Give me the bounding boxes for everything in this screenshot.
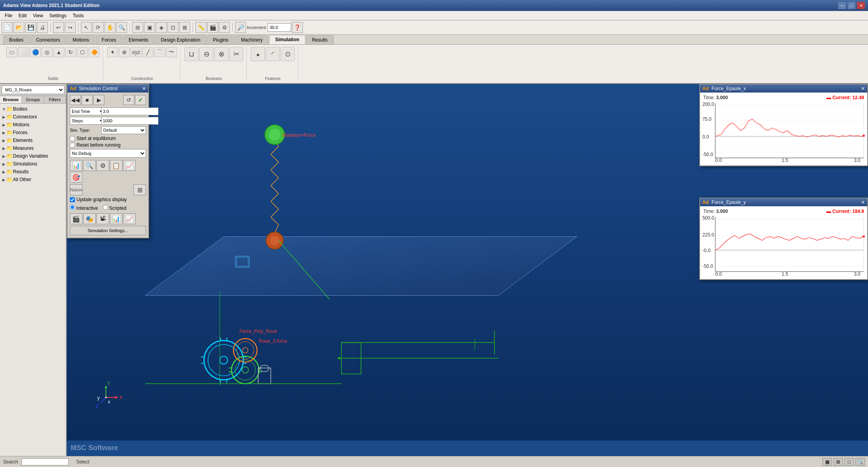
tab-machinery[interactable]: Machinery <box>235 35 268 44</box>
interactive-radio[interactable] <box>70 205 75 210</box>
end-time-select[interactable]: End Time <box>70 107 105 115</box>
ribbon-extrude[interactable]: ▲ <box>53 47 64 57</box>
chart2-close-btn[interactable]: ✕ <box>861 200 865 205</box>
ribbon-revolve[interactable]: ↻ <box>65 47 76 57</box>
ribbon-csys[interactable]: xyz <box>131 47 142 57</box>
toolbar-select[interactable]: ↖ <box>81 22 92 33</box>
ribbon-marker[interactable]: ⊕ <box>119 47 130 57</box>
tree-item-simulations[interactable]: ▶ 📁 Simulations <box>2 160 64 168</box>
tab-motions[interactable]: Motions <box>67 35 95 44</box>
sim-stop-btn[interactable]: ■ <box>82 95 93 105</box>
sim-play-btn[interactable]: ▶ <box>93 95 104 105</box>
close-button[interactable]: ✕ <box>857 2 865 9</box>
tree-item-all-other[interactable]: ▶ 📁 All Other <box>2 176 64 184</box>
sim-bottom-btn-5[interactable]: 📈 <box>123 213 136 224</box>
status-grid-btn[interactable]: ▦ <box>822 458 832 466</box>
status-view-btn[interactable]: □ <box>844 458 854 466</box>
scripted-radio[interactable] <box>103 205 108 210</box>
tree-item-forces[interactable]: ▶ 📁 Forces <box>2 129 64 136</box>
tab-simulation[interactable]: Simulation <box>269 35 305 44</box>
toolbar-btn6[interactable]: ▣ <box>144 22 155 33</box>
ribbon-cut[interactable]: ✂ <box>229 47 243 61</box>
sim-icon-btn-7[interactable]: Nation <box>70 184 82 195</box>
tree-item-motions[interactable]: ▶ 📁 Motions <box>2 121 64 129</box>
ribbon-solid5[interactable]: ⬡ <box>77 47 88 57</box>
tab-plugins[interactable]: Plugins <box>207 35 234 44</box>
tree-item-measures[interactable]: ▶ 📁 Measures <box>2 144 64 152</box>
ribbon-chamfer[interactable]: ⬥ <box>251 47 265 61</box>
sim-icon-btn-3[interactable]: ⚙ <box>97 160 109 171</box>
panel-tab-filters[interactable]: Filters <box>44 96 66 103</box>
status-snap-btn[interactable]: ⊞ <box>833 458 843 466</box>
toolbar-save[interactable]: 💾 <box>25 22 36 33</box>
ribbon-line[interactable]: ╱ <box>142 47 153 57</box>
sim-icon-btn-8[interactable]: ⊞ <box>133 184 146 195</box>
menu-tools[interactable]: Tools <box>69 12 87 19</box>
sim-reset-btn[interactable]: ↺ <box>123 95 134 105</box>
toolbar-btn8[interactable]: ⊡ <box>168 22 179 33</box>
steps-input[interactable] <box>101 117 159 125</box>
ribbon-box[interactable]: ⬜ <box>18 47 29 57</box>
ribbon-spline[interactable]: 〜 <box>166 47 177 57</box>
sim-icon-btn-1[interactable]: 📊 <box>70 160 82 171</box>
tab-results[interactable]: Results <box>306 35 334 44</box>
toolbar-new[interactable]: 📄 <box>2 22 13 33</box>
ribbon-arc[interactable]: ⌒ <box>154 47 165 57</box>
sim-bottom-btn-1[interactable]: 🎬 <box>70 213 82 224</box>
toolbar-rotate[interactable]: ⟳ <box>93 22 104 33</box>
menu-edit[interactable]: Edit <box>15 12 30 19</box>
toolbar-open[interactable]: 📂 <box>13 22 24 33</box>
toolbar-btn5[interactable]: ⊞ <box>132 22 143 33</box>
maximize-button[interactable]: □ <box>848 2 855 9</box>
sim-bottom-btn-4[interactable]: 📊 <box>110 213 122 224</box>
chart1-close-btn[interactable]: ✕ <box>861 86 865 91</box>
sim-icon-btn-4[interactable]: 📋 <box>110 160 122 171</box>
toolbar-redo[interactable]: ↪ <box>65 22 76 33</box>
model-dropdown[interactable]: MG_3_Roues <box>2 85 64 94</box>
toolbar-zoom[interactable]: 🔍 <box>116 22 127 33</box>
tree-item-results[interactable]: ▶ 📁 Results <box>2 168 64 176</box>
ribbon-subtract[interactable]: ⊖ <box>199 47 213 61</box>
toolbar-btn7[interactable]: ◈ <box>156 22 167 33</box>
status-zoom-btn[interactable]: 🔍 <box>855 458 865 466</box>
ribbon-cylinder[interactable]: 🔵 <box>30 47 41 57</box>
toolbar-print[interactable]: 🖨 <box>37 22 48 33</box>
menu-file[interactable]: File <box>2 12 15 19</box>
sim-settings-btn[interactable]: Simulation Settings... <box>70 226 146 235</box>
toolbar-help[interactable]: ❓ <box>292 22 303 33</box>
menu-settings[interactable]: Settings <box>46 12 69 19</box>
sim-bottom-btn-3[interactable]: 📽 <box>97 213 109 224</box>
reset-before-checkbox[interactable] <box>70 143 75 148</box>
tab-connectors[interactable]: Connectors <box>30 35 66 44</box>
toolbar-pan[interactable]: ✋ <box>104 22 115 33</box>
toolbar-zoom-mag[interactable]: 🔎 <box>235 22 246 33</box>
ribbon-intersect[interactable]: ⊗ <box>214 47 228 61</box>
sim-icon-btn-5[interactable]: 📈 <box>123 160 136 171</box>
tree-item-bodies[interactable]: ▼ 📁 Bodies <box>2 105 64 113</box>
minimize-button[interactable]: ─ <box>838 2 846 9</box>
steps-select[interactable]: Steps <box>70 117 105 125</box>
toolbar-sim[interactable]: ⚙ <box>219 22 230 33</box>
tab-elements[interactable]: Elements <box>123 35 154 44</box>
ribbon-point[interactable]: ✦ <box>107 47 118 57</box>
ribbon-union[interactable]: ⊔ <box>184 47 199 61</box>
sim-type-select[interactable]: Default Static Dynamic Kinematic <box>101 126 146 134</box>
sim-rewind-btn[interactable]: ◀◀ <box>70 95 81 105</box>
viewport[interactable]: Maneton+Force <box>67 84 868 456</box>
start-at-eq-checkbox[interactable] <box>70 136 75 141</box>
tab-bodies[interactable]: Bodies <box>3 35 29 44</box>
ribbon-fillet[interactable]: ◜ <box>266 47 280 61</box>
sim-bottom-btn-2[interactable]: 🎭 <box>83 213 96 224</box>
debug-select[interactable]: No Debug Debug Level 1 Debug Level 2 <box>70 149 146 158</box>
end-time-input[interactable] <box>101 107 159 115</box>
ribbon-solid6[interactable]: 🔶 <box>89 47 100 57</box>
toolbar-undo[interactable]: ↩ <box>53 22 64 33</box>
ribbon-sphere[interactable]: ⬭ <box>6 47 17 57</box>
toolbar-btn9[interactable]: ⊠ <box>179 22 190 33</box>
toolbar-anim[interactable]: 🎬 <box>207 22 218 33</box>
increment-input[interactable] <box>268 23 291 32</box>
tab-design-exploration[interactable]: Design Exploration <box>155 35 206 44</box>
tree-item-design-vars[interactable]: ▶ 📁 Design Variables <box>2 152 64 160</box>
search-input[interactable] <box>22 458 69 465</box>
tree-item-elements[interactable]: ▶ 📁 Elements <box>2 136 64 144</box>
